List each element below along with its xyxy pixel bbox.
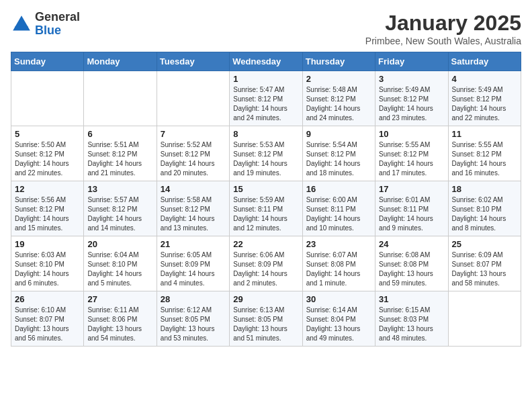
day-number: 17 (379, 184, 444, 194)
day-number: 25 (452, 239, 517, 249)
day-number: 23 (306, 239, 371, 249)
sunset-text: Sunset: 8:11 PM (306, 205, 356, 213)
sunrise-text: Sunrise: 6:05 AM (161, 251, 212, 259)
day-info: Sunrise: 5:48 AMSunset: 8:12 PMDaylight:… (306, 85, 371, 123)
sunrise-text: Sunrise: 6:08 AM (379, 251, 430, 259)
header-friday: Friday (375, 52, 448, 71)
day-number: 28 (161, 294, 226, 304)
day-number: 21 (161, 239, 226, 249)
day-number: 22 (233, 239, 298, 249)
day-info: Sunrise: 5:54 AMSunset: 8:12 PMDaylight:… (306, 140, 371, 178)
sunset-text: Sunset: 8:08 PM (306, 261, 356, 268)
sunrise-text: Sunrise: 6:14 AM (306, 306, 357, 314)
calendar-week-row: 26Sunrise: 6:10 AMSunset: 8:07 PMDayligh… (11, 291, 521, 347)
sunset-text: Sunset: 8:05 PM (161, 316, 210, 323)
sunset-text: Sunset: 8:10 PM (15, 261, 64, 268)
logo-general: General (35, 10, 80, 24)
daylight-text: Daylight: 14 hours and 4 minutes. (161, 270, 215, 287)
table-row: 10Sunrise: 5:55 AMSunset: 8:12 PMDayligh… (375, 126, 448, 181)
sunrise-text: Sunrise: 5:57 AM (87, 196, 138, 203)
daylight-text: Daylight: 14 hours and 24 minutes. (306, 105, 361, 122)
daylight-text: Daylight: 14 hours and 13 minutes. (161, 215, 215, 232)
sunrise-text: Sunrise: 5:55 AM (452, 141, 503, 148)
day-info: Sunrise: 6:14 AMSunset: 8:04 PMDaylight:… (306, 306, 371, 343)
day-info: Sunrise: 5:55 AMSunset: 8:12 PMDaylight:… (379, 140, 444, 178)
header-thursday: Thursday (302, 52, 375, 71)
sunset-text: Sunset: 8:09 PM (161, 261, 210, 268)
table-row: 20Sunrise: 6:04 AMSunset: 8:10 PMDayligh… (84, 236, 157, 291)
day-info: Sunrise: 6:10 AMSunset: 8:07 PMDaylight:… (15, 306, 80, 343)
table-row: 3Sunrise: 5:49 AMSunset: 8:12 PMDaylight… (375, 71, 448, 126)
day-number: 24 (379, 239, 444, 249)
daylight-text: Daylight: 13 hours and 53 minutes. (161, 325, 215, 342)
weekday-header-row: Sunday Monday Tuesday Wednesday Thursday… (11, 52, 521, 71)
sunrise-text: Sunrise: 5:52 AM (161, 141, 212, 148)
day-number: 27 (87, 294, 152, 304)
calendar-week-row: 19Sunrise: 6:03 AMSunset: 8:10 PMDayligh… (11, 236, 521, 291)
header-sunday: Sunday (11, 52, 84, 71)
day-number: 29 (233, 294, 298, 304)
table-row: 30Sunrise: 6:14 AMSunset: 8:04 PMDayligh… (302, 291, 375, 347)
table-row: 9Sunrise: 5:54 AMSunset: 8:12 PMDaylight… (302, 126, 375, 181)
day-info: Sunrise: 6:00 AMSunset: 8:11 PMDaylight:… (306, 195, 371, 233)
day-number: 5 (15, 129, 80, 139)
day-info: Sunrise: 6:12 AMSunset: 8:05 PMDaylight:… (161, 306, 226, 343)
daylight-text: Daylight: 14 hours and 22 minutes. (452, 105, 506, 122)
month-title: January 2025 (365, 11, 521, 36)
sunset-text: Sunset: 8:12 PM (379, 95, 429, 103)
day-info: Sunrise: 6:11 AMSunset: 8:06 PMDaylight:… (87, 306, 152, 343)
header-wednesday: Wednesday (230, 52, 302, 71)
daylight-text: Daylight: 14 hours and 17 minutes. (379, 160, 433, 177)
day-number: 30 (306, 294, 371, 304)
day-number: 4 (452, 74, 517, 84)
table-row: 16Sunrise: 6:00 AMSunset: 8:11 PMDayligh… (302, 181, 375, 236)
sunrise-text: Sunrise: 6:13 AM (233, 306, 284, 314)
daylight-text: Daylight: 13 hours and 59 minutes. (379, 270, 433, 287)
day-info: Sunrise: 6:03 AMSunset: 8:10 PMDaylight:… (15, 250, 80, 288)
sunset-text: Sunset: 8:07 PM (15, 316, 64, 323)
sunset-text: Sunset: 8:12 PM (306, 150, 356, 158)
daylight-text: Daylight: 14 hours and 12 minutes. (233, 215, 287, 232)
sunset-text: Sunset: 8:07 PM (452, 261, 502, 268)
daylight-text: Daylight: 13 hours and 51 minutes. (233, 325, 287, 342)
day-info: Sunrise: 6:05 AMSunset: 8:09 PMDaylight:… (161, 250, 226, 288)
sunset-text: Sunset: 8:12 PM (15, 205, 64, 213)
day-number: 6 (87, 129, 152, 139)
day-number: 14 (161, 184, 226, 194)
day-info: Sunrise: 5:56 AMSunset: 8:12 PMDaylight:… (15, 195, 80, 233)
day-info: Sunrise: 5:47 AMSunset: 8:12 PMDaylight:… (233, 85, 298, 123)
sunset-text: Sunset: 8:10 PM (452, 205, 502, 213)
table-row (157, 71, 229, 126)
table-row: 8Sunrise: 5:53 AMSunset: 8:12 PMDaylight… (230, 126, 302, 181)
table-row: 24Sunrise: 6:08 AMSunset: 8:08 PMDayligh… (375, 236, 448, 291)
sunset-text: Sunset: 8:12 PM (233, 95, 283, 103)
day-number: 1 (233, 74, 298, 84)
day-number: 3 (379, 74, 444, 84)
day-number: 20 (87, 239, 152, 249)
daylight-text: Daylight: 14 hours and 21 minutes. (87, 160, 142, 177)
day-info: Sunrise: 6:04 AMSunset: 8:10 PMDaylight:… (87, 250, 152, 288)
title-block: January 2025 Primbee, New South Wales, A… (365, 11, 521, 46)
table-row (84, 71, 157, 126)
daylight-text: Daylight: 14 hours and 10 minutes. (306, 215, 361, 232)
day-number: 8 (233, 129, 298, 139)
day-number: 11 (452, 129, 517, 139)
sunrise-text: Sunrise: 5:51 AM (87, 141, 138, 148)
day-info: Sunrise: 6:09 AMSunset: 8:07 PMDaylight:… (452, 250, 517, 288)
day-number: 10 (379, 129, 444, 139)
day-info: Sunrise: 5:58 AMSunset: 8:12 PMDaylight:… (161, 195, 226, 233)
table-row: 1Sunrise: 5:47 AMSunset: 8:12 PMDaylight… (230, 71, 302, 126)
sunset-text: Sunset: 8:12 PM (87, 205, 137, 213)
sunset-text: Sunset: 8:09 PM (233, 261, 283, 268)
daylight-text: Daylight: 14 hours and 15 minutes. (15, 215, 69, 232)
sunrise-text: Sunrise: 5:47 AM (233, 86, 284, 93)
daylight-text: Daylight: 13 hours and 49 minutes. (306, 325, 361, 342)
sunrise-text: Sunrise: 5:58 AM (161, 196, 212, 203)
table-row (11, 71, 84, 126)
day-number: 18 (452, 184, 517, 194)
table-row: 5Sunrise: 5:50 AMSunset: 8:12 PMDaylight… (11, 126, 84, 181)
sunrise-text: Sunrise: 5:48 AM (306, 86, 357, 93)
day-info: Sunrise: 6:02 AMSunset: 8:10 PMDaylight:… (452, 195, 517, 233)
table-row: 26Sunrise: 6:10 AMSunset: 8:07 PMDayligh… (11, 291, 84, 347)
sunset-text: Sunset: 8:05 PM (233, 316, 283, 323)
